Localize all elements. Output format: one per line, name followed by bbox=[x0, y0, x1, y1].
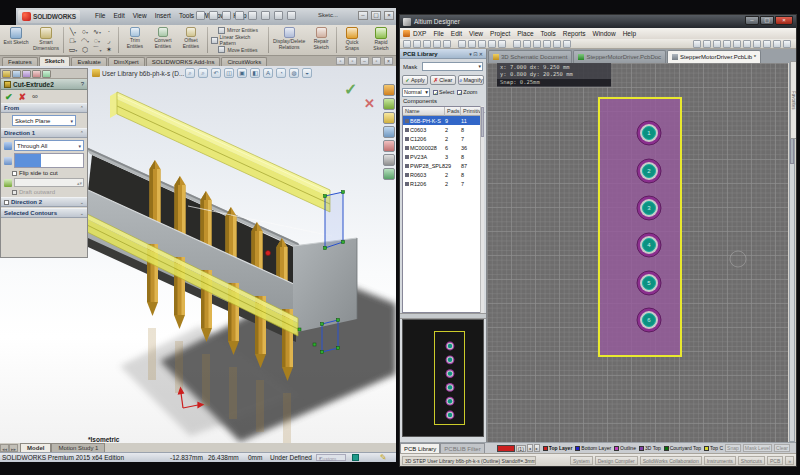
fill-icon[interactable] bbox=[743, 40, 751, 48]
component-row[interactable]: PV23A38 bbox=[403, 152, 483, 161]
line-icon[interactable] bbox=[693, 40, 701, 48]
component-row[interactable]: MC000028636 bbox=[403, 143, 483, 152]
col-header-name[interactable]: Name bbox=[403, 107, 445, 116]
view-settings-icon[interactable]: ◒ bbox=[302, 68, 312, 78]
configurationmanager-tab-icon[interactable] bbox=[22, 70, 31, 78]
displaymanager-tab-icon[interactable] bbox=[42, 70, 51, 78]
menu-window[interactable]: Window bbox=[593, 30, 616, 37]
spline-tool-icon[interactable]: ∿▾ bbox=[91, 27, 103, 36]
status-button-solidworks-collaboration[interactable]: SolidWorks Collaboration bbox=[640, 456, 702, 465]
menu-file[interactable]: File bbox=[433, 30, 443, 37]
doc-window-icon[interactable]: ▫ bbox=[336, 57, 345, 65]
tab-circuitworks[interactable]: CircuitWorks bbox=[221, 57, 267, 66]
restore-icon[interactable]: ▢ bbox=[371, 11, 381, 20]
new-icon[interactable] bbox=[196, 11, 205, 20]
view-palette-icon[interactable] bbox=[383, 126, 395, 138]
print-icon[interactable] bbox=[235, 11, 244, 20]
menu-project[interactable]: Project bbox=[490, 30, 510, 37]
pcb-canvas[interactable]: x: 7.000 dx: 9.250 mm y: 0.800 dy: 20.25… bbox=[487, 63, 788, 442]
layer-top-c[interactable]: Top C bbox=[704, 445, 723, 451]
via-icon[interactable] bbox=[713, 40, 721, 48]
status-button--[interactable]: » bbox=[785, 456, 794, 465]
menu-edit[interactable]: Edit bbox=[451, 30, 462, 37]
layer-extra-mask-level[interactable]: Mask Level bbox=[743, 444, 772, 452]
layer-bottom-layer[interactable]: Bottom Layer bbox=[575, 445, 611, 451]
mask-combo[interactable]: ▾ bbox=[422, 62, 483, 71]
zoom-fit-icon[interactable]: ⌕ bbox=[185, 68, 195, 78]
slot-tool-icon[interactable]: ▭▾ bbox=[67, 45, 79, 54]
file-explorer-icon[interactable] bbox=[383, 112, 395, 124]
hide-show-icon[interactable]: A bbox=[263, 68, 273, 78]
previous-view-icon[interactable]: ↶ bbox=[211, 68, 221, 78]
display-style-icon[interactable]: ◧ bbox=[250, 68, 260, 78]
doc-minimize-icon[interactable]: – bbox=[360, 57, 369, 65]
convert-entities-button[interactable]: Convert Entities bbox=[150, 26, 176, 49]
rebuild-icon[interactable] bbox=[274, 11, 283, 20]
circle-tool-icon[interactable]: ○▾ bbox=[79, 27, 91, 36]
featuremanager-tab-icon[interactable] bbox=[2, 70, 11, 78]
preview-icon[interactable] bbox=[458, 40, 466, 48]
minimize-icon[interactable]: – bbox=[745, 16, 759, 25]
close-icon[interactable]: × bbox=[384, 11, 394, 20]
menu-tools[interactable]: Tools bbox=[541, 30, 556, 37]
open-icon[interactable] bbox=[413, 40, 421, 48]
trim-entities-button[interactable]: Trim Entities bbox=[122, 26, 148, 49]
menu-reports[interactable]: Reports bbox=[563, 30, 586, 37]
menu-dxp[interactable]: DXP bbox=[413, 30, 426, 37]
layer-extra-snap[interactable]: Snap bbox=[725, 444, 741, 452]
redo-icon[interactable] bbox=[261, 11, 270, 20]
view-orientation-icon[interactable]: ▣ bbox=[237, 68, 247, 78]
direction2-checkbox[interactable] bbox=[4, 200, 9, 205]
component-row[interactable]: C060328 bbox=[403, 125, 483, 134]
print-icon[interactable] bbox=[443, 40, 451, 48]
options-icon[interactable] bbox=[287, 11, 296, 20]
quick-snaps-button[interactable]: Quick Snaps bbox=[340, 26, 364, 51]
rapid-sketch-button[interactable]: Rapid Sketch bbox=[368, 26, 394, 51]
bottom-tab-pcb-library[interactable]: PCB Library bbox=[400, 443, 440, 453]
menu-view[interactable]: View bbox=[469, 30, 483, 37]
tab-dimxpert[interactable]: DimXpert bbox=[108, 57, 145, 66]
arc-center-icon[interactable] bbox=[763, 40, 771, 48]
paste-icon[interactable] bbox=[533, 40, 541, 48]
draft-angle-field[interactable]: ▴▾ bbox=[14, 178, 84, 187]
design-library-icon[interactable] bbox=[383, 98, 395, 110]
layer-scroll-left-icon[interactable]: ◂ bbox=[527, 444, 533, 452]
open-icon[interactable] bbox=[209, 11, 218, 20]
bottom-tab-pcblib-filter[interactable]: PCBLIB Filter bbox=[440, 443, 484, 453]
pad-5[interactable]: 5 bbox=[637, 271, 661, 295]
doc-restore-icon[interactable]: ▫ bbox=[372, 57, 381, 65]
zoom-in-icon[interactable] bbox=[468, 40, 476, 48]
menu-edit[interactable]: Edit bbox=[113, 12, 124, 19]
select-checkbox[interactable]: ✓Select bbox=[433, 89, 454, 95]
pm-cancel-icon[interactable]: ✘ bbox=[19, 92, 27, 102]
panel-menu-icon[interactable]: ▾ ⊡ ✕ bbox=[469, 51, 483, 57]
col-header-primitiv-[interactable]: Primitiv... bbox=[461, 107, 481, 116]
pad-4[interactable]: 4 bbox=[637, 233, 661, 257]
dxp-icon[interactable] bbox=[403, 30, 410, 37]
cut-icon[interactable] bbox=[513, 40, 521, 48]
repair-sketch-button[interactable]: Repair Sketch bbox=[309, 26, 333, 50]
zoom-out-icon[interactable] bbox=[478, 40, 486, 48]
model-tab-motion-study-1[interactable]: Motion Study 1 bbox=[51, 443, 105, 452]
arc-edge-icon[interactable] bbox=[753, 40, 761, 48]
active-layer-swatch[interactable] bbox=[497, 445, 515, 452]
from-dropdown[interactable]: Sketch Plane▾ bbox=[12, 115, 76, 126]
status-button-shortcuts[interactable]: Shortcuts bbox=[738, 456, 765, 465]
menu-tools[interactable]: Tools bbox=[179, 12, 194, 19]
status-tag-icon[interactable] bbox=[352, 454, 359, 461]
paste-array-icon[interactable] bbox=[783, 40, 791, 48]
move-entities-button[interactable]: Move Entities bbox=[218, 46, 257, 55]
task-pane-home-icon[interactable] bbox=[383, 84, 395, 96]
menu-place[interactable]: Place bbox=[517, 30, 533, 37]
status-button-system[interactable]: System bbox=[570, 456, 593, 465]
layer-top-layer[interactable]: Top Layer bbox=[543, 445, 573, 451]
pad-6[interactable]: 6 bbox=[637, 308, 661, 332]
open-vault-icon[interactable] bbox=[433, 40, 441, 48]
status-button-instruments[interactable]: Instruments bbox=[704, 456, 736, 465]
pad-1[interactable]: 1 bbox=[637, 121, 661, 145]
components-scrollbar[interactable] bbox=[480, 106, 484, 313]
zoom-area-icon[interactable] bbox=[488, 40, 496, 48]
save-icon[interactable] bbox=[423, 40, 431, 48]
status-combo[interactable]: Custom ▾ bbox=[316, 454, 346, 461]
component-row[interactable]: B6B-PH-K-S911 bbox=[403, 116, 483, 125]
